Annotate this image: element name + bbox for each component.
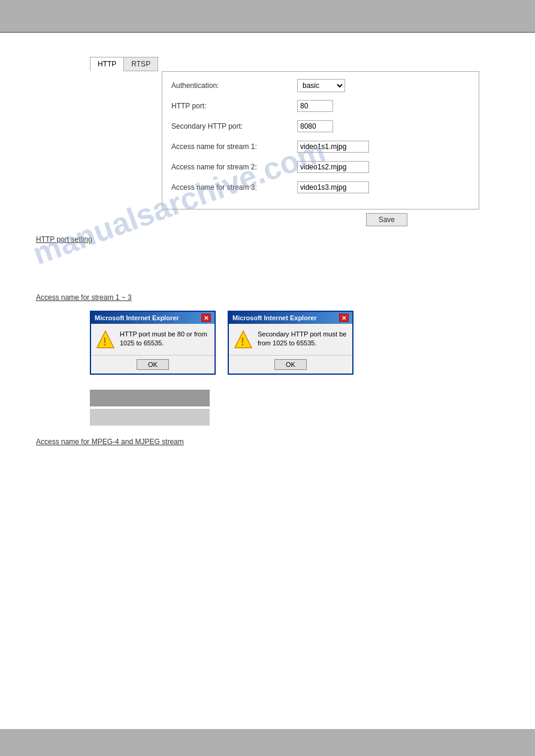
tab-rtsp[interactable]: RTSP	[123, 57, 158, 71]
secondary-http-port-row: Secondary HTTP port:	[171, 119, 470, 134]
ie-dialog-2-ok[interactable]: OK	[274, 359, 307, 370]
stream1-label: Access name for stream 1:	[171, 142, 297, 151]
authentication-row: Authentication: basic digest	[171, 78, 470, 93]
stream3-row: Access name for stream 3:	[171, 180, 470, 195]
http-port-label: HTTP port:	[171, 102, 297, 110]
ie-dialog-1-ok[interactable]: OK	[137, 359, 169, 370]
ie-dialog-1-body: ! HTTP port must be 80 or from 1025 to 6…	[91, 324, 214, 355]
dialogs-area: Microsoft Internet Explorer ✕ ! HTTP por…	[90, 311, 517, 375]
ie-dialog-2-body: ! Secondary HTTP port must be from 1025 …	[229, 324, 352, 355]
section-link-http-port[interactable]: HTTP port setting	[36, 235, 517, 244]
save-button[interactable]: Save	[366, 213, 407, 226]
section-text-1	[36, 248, 517, 284]
ie-dialog-2-close[interactable]: ✕	[339, 314, 349, 322]
stream2-row: Access name for stream 2:	[171, 159, 470, 175]
main-content: HTTP RTSP Authentication: basic digest H…	[0, 33, 535, 458]
warning-icon-1: !	[96, 330, 115, 349]
tab-container: HTTP RTSP Authentication: basic digest H…	[90, 57, 517, 226]
ie-dialog-1: Microsoft Internet Explorer ✕ ! HTTP por…	[90, 311, 216, 375]
ie-dialog-1-msg: HTTP port must be 80 or from 1025 to 655…	[120, 330, 210, 348]
gray-block-light	[90, 409, 210, 426]
footer-bar	[0, 729, 535, 756]
stream1-input[interactable]	[297, 141, 369, 153]
stream2-label: Access name for stream 2:	[171, 163, 297, 171]
http-port-row: HTTP port:	[171, 98, 470, 114]
ie-dialog-1-title: Microsoft Internet Explorer	[95, 314, 179, 321]
svg-text:!: !	[103, 336, 107, 348]
secondary-http-port-input[interactable]	[297, 120, 333, 132]
ie-dialog-1-titlebar: Microsoft Internet Explorer ✕	[91, 312, 214, 324]
header-bar	[0, 0, 535, 33]
gray-block-area	[90, 390, 210, 426]
section-link-access-name[interactable]: Access name for stream 1 ~ 3	[36, 293, 517, 302]
form-panel: Authentication: basic digest HTTP port: …	[162, 71, 479, 210]
ie-dialog-2: Microsoft Internet Explorer ✕ ! Secondar…	[228, 311, 353, 375]
tabs-row: HTTP RTSP	[90, 57, 517, 71]
stream3-label: Access name for stream 3:	[171, 183, 297, 192]
stream2-input[interactable]	[297, 161, 369, 173]
authentication-select[interactable]: basic digest	[297, 79, 345, 92]
stream3-input[interactable]	[297, 181, 369, 193]
ie-dialog-2-msg: Secondary HTTP port must be from 1025 to…	[258, 330, 347, 348]
ie-dialog-1-footer: OK	[91, 355, 214, 374]
ie-dialog-1-close[interactable]: ✕	[201, 314, 211, 322]
gray-block-dark	[90, 390, 210, 406]
ie-dialog-2-titlebar: Microsoft Internet Explorer ✕	[229, 312, 352, 324]
section-link-mpeg[interactable]: Access name for MPEG-4 and MJPEG stream	[36, 438, 517, 446]
stream1-row: Access name for stream 1:	[171, 139, 470, 154]
http-port-input[interactable]	[297, 100, 333, 112]
tab-http[interactable]: HTTP	[90, 57, 123, 71]
authentication-label: Authentication:	[171, 81, 297, 90]
secondary-http-port-label: Secondary HTTP port:	[171, 122, 297, 130]
svg-text:!: !	[241, 336, 244, 348]
ie-dialog-2-footer: OK	[229, 355, 352, 374]
warning-icon-2: !	[234, 330, 253, 349]
ie-dialog-2-title: Microsoft Internet Explorer	[232, 314, 317, 321]
